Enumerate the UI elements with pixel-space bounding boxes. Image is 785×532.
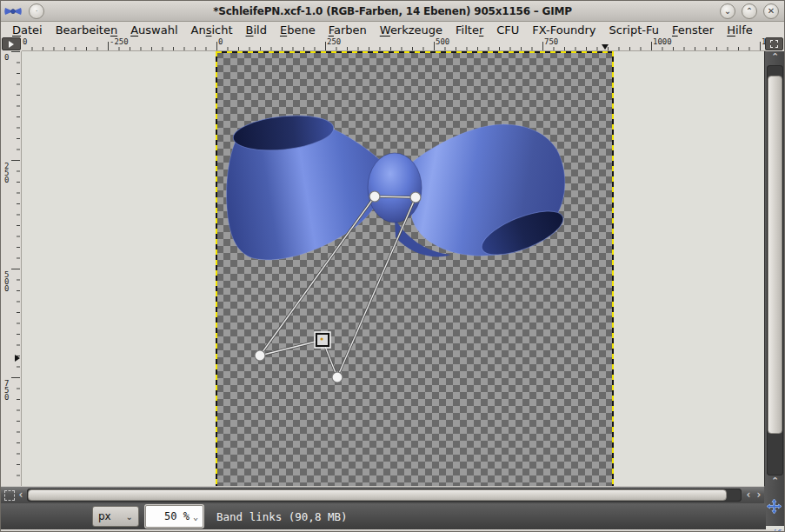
menu-item-datei[interactable]: Datei — [8, 23, 47, 37]
menu-item-filter[interactable]: Filter — [451, 23, 488, 37]
v-ruler-label: 5 0 0 — [4, 271, 9, 292]
menu-item-ebene[interactable]: Ebene — [276, 23, 320, 37]
h-ruler-label: 0 — [23, 37, 27, 46]
play-triangle-icon — [9, 41, 14, 48]
chevron-left-icon: ‹ — [19, 489, 23, 501]
title-bar[interactable]: *SchleifePN.xcf-1.0 (RGB-Farben, 14 Eben… — [1, 1, 784, 22]
menu-item-bearbeiten[interactable]: Bearbeiten — [51, 23, 122, 37]
vertical-ruler-pointer-marker — [15, 355, 20, 362]
zoom-follow-window-toggle[interactable] — [765, 37, 783, 50]
zoom-level-combo[interactable]: 50 % ⌄ — [145, 505, 203, 528]
chevron-down-icon: ⌄ — [193, 512, 198, 522]
menu-item-farben[interactable]: Farben — [324, 23, 371, 37]
minimize-icon: ⌄ — [724, 7, 731, 16]
chevron-up-icon: ⌃ — [771, 51, 779, 63]
chevron-down-icon: ⌄ — [126, 512, 133, 522]
path-anchor-point[interactable] — [332, 372, 343, 382]
menu-item-ansicht[interactable]: Ansicht — [187, 23, 237, 37]
menu-item-bild[interactable]: Bild — [242, 23, 271, 37]
vertical-scroll-track[interactable] — [767, 65, 783, 475]
h-ruler-label: 250 — [327, 37, 341, 46]
ruler-row: 0-2500250500750100012 — [1, 37, 784, 51]
canvas-viewport[interactable] — [22, 51, 766, 486]
unit-value: px — [98, 510, 111, 522]
scroll-up-button[interactable]: ⌃ — [765, 51, 785, 65]
menu-item-auswahl[interactable]: Auswahl — [126, 23, 182, 37]
path-anchor-point[interactable] — [410, 192, 421, 203]
gimp-window: *SchleifePN.xcf-1.0 (RGB-Farben, 14 Eben… — [0, 0, 785, 532]
bow-app-icon — [4, 3, 22, 19]
path-anchor-point[interactable] — [369, 191, 380, 202]
path-overlay — [22, 51, 766, 486]
h-ruler-label: -250 — [110, 37, 129, 46]
vertical-scroll-thumb[interactable] — [768, 76, 782, 434]
navigation-button[interactable] — [764, 486, 784, 526]
scroll-left-button-2[interactable]: ‹ — [743, 489, 754, 502]
horizontal-ruler-pointer-marker — [602, 44, 609, 50]
vertical-scrollbar[interactable]: ⌃ ⌃ ⌄ — [764, 51, 784, 503]
horizontal-ruler[interactable]: 0-2500250500750100012 — [22, 37, 766, 51]
zoom-value: 50 % — [164, 510, 190, 522]
path-segment — [337, 197, 416, 377]
quick-mask-toggle-icon[interactable] — [4, 490, 15, 501]
path-anchor-point[interactable] — [255, 350, 265, 361]
scroll-left-button[interactable]: ‹ — [16, 489, 26, 502]
unit-select[interactable]: px ⌄ — [92, 506, 139, 527]
dashed-square-icon — [770, 40, 778, 48]
horizontal-scroll-track[interactable] — [27, 489, 742, 502]
menu-item-werkzeuge[interactable]: Werkzeuge — [376, 23, 447, 37]
h-ruler-label: 0 — [218, 37, 223, 46]
menu-item-script-fu[interactable]: Script-Fu — [605, 23, 663, 37]
menu-bar: DateiBearbeitenAuswahlAnsichtBildEbeneFa… — [1, 22, 784, 37]
status-bar: px ⌄ 50 % ⌄ Band links (90,8 MB) — [1, 503, 766, 529]
scroll-right-button[interactable]: › — [754, 489, 764, 502]
path-handle-dot — [320, 337, 323, 340]
close-icon: ✕ — [768, 7, 775, 16]
ruler-origin-button[interactable] — [2, 37, 21, 50]
minimize-button[interactable]: ⌄ — [720, 3, 735, 19]
window-title: *SchleifePN.xcf-1.0 (RGB-Farben, 14 Eben… — [1, 5, 784, 17]
v-ruler-label: 0 — [4, 54, 9, 61]
close-button[interactable]: ✕ — [763, 3, 779, 19]
maximize-icon: ⌃ — [746, 7, 753, 16]
maximize-button[interactable]: ⌃ — [742, 3, 757, 19]
menu-item-hilfe[interactable]: Hilfe — [722, 23, 757, 37]
vertical-ruler[interactable]: 02 5 05 0 07 5 0 — [1, 51, 22, 486]
h-ruler-label: 500 — [436, 37, 449, 46]
navigation-cross-icon — [767, 499, 782, 514]
v-ruler-label: 7 5 0 — [4, 380, 9, 401]
horizontal-scroll-thumb[interactable] — [28, 489, 727, 501]
h-ruler-label: 750 — [544, 37, 558, 46]
chevron-right-icon: › — [757, 489, 762, 501]
chevron-left-icon: ‹ — [747, 489, 751, 501]
h-ruler-label: 1000 — [653, 37, 672, 46]
horizontal-scrollbar[interactable]: ‹ ‹ › — [1, 486, 766, 503]
v-ruler-label: 2 5 0 — [4, 163, 9, 183]
menu-item-fenster[interactable]: Fenster — [668, 23, 718, 37]
status-message: Band links (90,8 MB) — [216, 503, 348, 529]
menu-item-cfu[interactable]: CFU — [492, 23, 523, 37]
window-menu-button[interactable]: · — [29, 3, 44, 19]
menu-item-fx-foundry[interactable]: FX-Foundry — [528, 23, 600, 37]
